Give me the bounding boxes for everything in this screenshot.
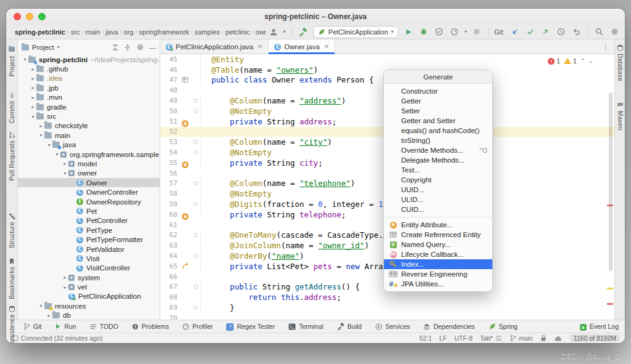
fold-marker[interactable] bbox=[193, 202, 198, 206]
tree-item-PetType[interactable]: CPetType bbox=[18, 225, 160, 235]
tree-item-VisitController[interactable]: CVisitController bbox=[18, 264, 160, 273]
menu-item-test-[interactable]: Test... bbox=[384, 165, 492, 175]
menu-item-setter[interactable]: Setter bbox=[384, 106, 492, 116]
hide-panel-icon[interactable]: — bbox=[149, 44, 156, 51]
error-stripe-mark[interactable] bbox=[607, 204, 613, 206]
tool-strip-item-structure[interactable]: Structure bbox=[9, 213, 15, 248]
attr-gutter-icon[interactable]: a bbox=[182, 157, 189, 169]
user-icon[interactable] bbox=[268, 26, 279, 38]
tree-chevron-icon[interactable]: ▸ bbox=[30, 76, 36, 81]
tool-strip-item-commit[interactable]: Commit bbox=[9, 92, 15, 123]
history-button[interactable] bbox=[555, 26, 566, 38]
tree-item-Pet[interactable]: CPet bbox=[18, 206, 160, 216]
tree-chevron-icon[interactable]: ▸ bbox=[30, 85, 36, 91]
tree-chevron-icon[interactable]: ▾ bbox=[38, 303, 44, 309]
tree-item-gradle[interactable]: ▸gradle bbox=[18, 102, 160, 111]
tree-chevron-icon[interactable]: ▸ bbox=[62, 161, 68, 166]
tree-chevron-icon[interactable]: ▸ bbox=[62, 275, 68, 280]
menu-item-create-referenced-entity[interactable]: Create Referenced Entity bbox=[384, 230, 492, 240]
memory-indicator[interactable]: 1160 of 8192M bbox=[570, 334, 620, 342]
tree-item-.github[interactable]: ▸.github bbox=[18, 64, 160, 73]
menu-item-cuid-[interactable]: CUID... bbox=[384, 204, 492, 214]
error-stripe-mark[interactable] bbox=[607, 303, 613, 305]
code-line-69[interactable]: 69 } bbox=[160, 302, 614, 313]
tool-strip-item-pull-requests[interactable]: Pull Requests bbox=[9, 132, 15, 181]
tree-item-db[interactable]: ▸db bbox=[18, 311, 160, 320]
tool-window-button-spring[interactable]: Spring bbox=[489, 323, 518, 330]
tree-item-.jpb[interactable]: ▸.jpb bbox=[18, 83, 160, 92]
tree-chevron-icon[interactable]: ▾ bbox=[62, 171, 68, 176]
menu-item-ulid-[interactable]: ULID... bbox=[384, 195, 492, 204]
tree-item-src[interactable]: ▾src bbox=[18, 111, 160, 121]
fold-marker[interactable] bbox=[193, 305, 198, 310]
menu-item-tostring-[interactable]: toString() bbox=[384, 135, 492, 145]
git-push-button[interactable] bbox=[540, 26, 551, 38]
tree-item-spring-petclinic[interactable]: ▾spring-petclinic~/IdeaProjects/spring- bbox=[18, 55, 160, 64]
git-commit-button[interactable] bbox=[524, 26, 535, 38]
tool-window-button-run[interactable]: Run bbox=[55, 323, 76, 330]
breadcrumb-item-spring-petclinic[interactable]: spring-petclinic bbox=[15, 28, 65, 36]
tree-chevron-icon[interactable]: ▾ bbox=[38, 132, 44, 138]
menu-item-entity-attribute-[interactable]: aEntity Attribute... bbox=[384, 220, 492, 230]
tool-window-button-profiler[interactable]: Profiler bbox=[182, 323, 213, 330]
chevron-down-icon[interactable]: ▾ bbox=[283, 29, 286, 34]
tree-item-owner[interactable]: ▾owner bbox=[18, 169, 160, 178]
menu-item-override-methods-[interactable]: Override Methods...^O bbox=[384, 145, 492, 155]
fold-marker[interactable] bbox=[193, 233, 198, 237]
tree-chevron-icon[interactable]: ▾ bbox=[30, 114, 36, 119]
tree-chevron-icon[interactable]: ▸ bbox=[30, 104, 36, 110]
menu-item-delegate-methods-[interactable]: Delegate Methods... bbox=[384, 155, 492, 165]
menu-item-named-query-[interactable]: ≣Named Query... bbox=[384, 240, 492, 249]
menu-item-getter[interactable]: Getter bbox=[384, 96, 492, 106]
tree-item-resources[interactable]: ▾resources bbox=[18, 301, 160, 310]
panel-settings-gear-icon[interactable] bbox=[136, 43, 144, 51]
tree-item-vet[interactable]: ▸vet bbox=[18, 282, 160, 291]
fold-marker[interactable] bbox=[193, 99, 198, 103]
stop-button[interactable] bbox=[471, 26, 482, 38]
tree-chevron-icon[interactable]: ▸ bbox=[30, 95, 36, 100]
project-panel-title[interactable]: Project bbox=[32, 44, 54, 51]
caret-position[interactable]: 52:1 bbox=[419, 334, 431, 342]
tool-window-button-services[interactable]: Services bbox=[375, 323, 410, 330]
tree-item-Owner[interactable]: COwner bbox=[18, 178, 160, 187]
code-line-70[interactable]: 70 bbox=[160, 313, 614, 320]
tree-item-java[interactable]: ▾java bbox=[18, 140, 160, 150]
fold-marker[interactable] bbox=[193, 109, 198, 113]
fold-marker[interactable] bbox=[193, 150, 198, 155]
tool-window-button-event-log[interactable]: aEvent Log bbox=[580, 323, 619, 331]
tree-item-Visit[interactable]: CVisit bbox=[18, 254, 160, 263]
inspections-widget[interactable]: ! 1 1 ⌃ ⌄ bbox=[545, 57, 596, 65]
fold-marker[interactable] bbox=[193, 140, 198, 144]
profiler-button[interactable] bbox=[449, 26, 460, 38]
minimize-window-button[interactable] bbox=[26, 13, 33, 20]
git-connection-status[interactable]: Connected (32 minutes ago) bbox=[21, 334, 103, 342]
tree-item-.mvn[interactable]: ▸.mvn bbox=[18, 93, 160, 102]
breadcrumb-item-petclinic[interactable]: petclinic bbox=[226, 28, 250, 36]
tool-window-button-regex-tester[interactable]: .*Regex Tester bbox=[226, 322, 275, 331]
editor-tab-Owner.java[interactable]: COwner.java✕ bbox=[269, 39, 335, 54]
tree-item-PetTypeFormatter[interactable]: CPetTypeFormatter bbox=[18, 235, 160, 244]
encoding-indicator[interactable]: UTF-8 bbox=[454, 334, 473, 342]
tree-item-checkstyle[interactable]: ▸checkstyle bbox=[18, 121, 160, 131]
editor-scrollbar[interactable] bbox=[609, 92, 613, 271]
tree-item-PetValidator[interactable]: CPetValidator bbox=[18, 245, 160, 254]
menu-item-reverse-engineering[interactable]: EQReverse Engineering bbox=[384, 269, 492, 279]
tree-chevron-icon[interactable]: ▸ bbox=[62, 285, 68, 290]
tree-chevron-icon[interactable]: ▸ bbox=[30, 67, 36, 72]
close-tab-icon[interactable]: ✕ bbox=[258, 43, 263, 50]
code-line-68[interactable]: 68 return this.address; bbox=[160, 292, 614, 302]
entity-gutter-icon[interactable] bbox=[182, 76, 189, 83]
tree-item-PetController[interactable]: CPetController bbox=[18, 216, 160, 225]
tool-window-button-dependencies[interactable]: Dependencies bbox=[423, 323, 474, 330]
tool-window-button-problems[interactable]: Problems bbox=[132, 323, 169, 330]
menu-item-constructor[interactable]: Constructor bbox=[384, 86, 492, 96]
coverage-button[interactable] bbox=[434, 26, 445, 38]
menu-item-equals-and-hashcode-[interactable]: equals() and hashCode() bbox=[384, 126, 492, 135]
tool-window-button-todo[interactable]: TODO bbox=[90, 323, 118, 330]
line-ending-indicator[interactable]: LF bbox=[439, 334, 447, 342]
tool-strip-item-database[interactable]: Database bbox=[617, 44, 624, 81]
menu-item-getter-and-setter[interactable]: Getter and Setter bbox=[384, 116, 492, 126]
collapse-all-icon[interactable] bbox=[124, 44, 131, 51]
search-everywhere-button[interactable] bbox=[593, 26, 605, 38]
attr-gutter-icon[interactable]: a bbox=[182, 209, 189, 220]
